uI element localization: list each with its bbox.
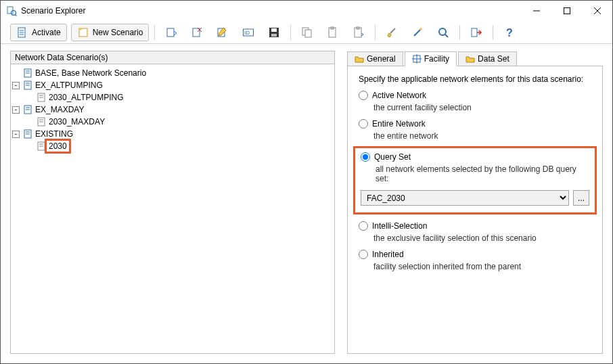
dataset-icon	[466, 55, 475, 63]
app-icon	[6, 5, 17, 16]
paste-special-icon	[353, 26, 365, 39]
tree-node-2030[interactable]: 2030	[26, 140, 333, 152]
help-button[interactable]: ?	[499, 24, 520, 41]
svg-line-23	[390, 28, 395, 33]
delete-button[interactable]	[186, 24, 208, 41]
tree-node-ex-maxday[interactable]: - EX_MAXDAY	[12, 104, 333, 116]
tabs: General Facility Data Set	[347, 51, 603, 66]
wand-button[interactable]	[407, 24, 428, 41]
tree-label: EX_MAXDAY	[34, 105, 85, 114]
new-icon	[77, 26, 89, 39]
window-title: Scenario Explorer	[21, 6, 521, 16]
svg-rect-15	[271, 28, 277, 32]
tree-collapse-icon[interactable]: -	[12, 131, 20, 138]
svg-line-24	[414, 29, 421, 36]
toolbar-separator	[459, 25, 460, 40]
scenario-tree[interactable]: BASE, Base Network Scenario - EX_ALTPUMP…	[10, 64, 335, 354]
tree-node-2030-maxday[interactable]: 2030_MAXDAY	[26, 116, 333, 128]
tab-data-set[interactable]: Data Set	[458, 51, 517, 66]
export-button[interactable]	[466, 24, 487, 41]
new-scenario-button[interactable]: New Scenario	[71, 24, 150, 41]
close-button[interactable]	[582, 1, 612, 21]
radio-active-network-input[interactable]	[359, 91, 368, 100]
search-button[interactable]	[432, 24, 454, 41]
svg-rect-22	[357, 27, 359, 29]
svg-rect-9	[167, 28, 174, 37]
tree-label: EX_ALTPUMPING	[34, 81, 104, 90]
scenario-explorer-window: Scenario Explorer Activate New Scenario …	[0, 0, 613, 364]
brush-button[interactable]	[381, 24, 403, 41]
tab-general[interactable]: General	[347, 51, 403, 66]
toolbar-separator	[154, 25, 155, 40]
brush-icon	[386, 26, 398, 39]
edit-icon	[217, 26, 229, 39]
radio-query-set-input[interactable]	[361, 152, 370, 162]
radio-query-set-label: Query Set	[374, 152, 411, 162]
copy-button[interactable]	[296, 24, 318, 41]
tree-collapse-icon[interactable]: -	[12, 106, 20, 114]
import-button[interactable]	[160, 24, 182, 41]
maximize-button[interactable]	[551, 1, 582, 21]
wand-icon	[411, 26, 424, 39]
facility-tab-page: Specify the applicable network elements …	[347, 66, 603, 354]
tree-expander-blank	[26, 94, 33, 101]
activate-button[interactable]: Activate	[10, 24, 67, 41]
tree-expander-blank	[26, 118, 33, 126]
radio-inherited-input[interactable]	[359, 250, 368, 259]
radio-active-network[interactable]: Active Network	[359, 91, 591, 100]
edit-button[interactable]	[212, 24, 233, 41]
scenario-icon	[37, 117, 46, 127]
activate-label: Activate	[32, 28, 61, 37]
query-set-browse-button[interactable]: ...	[573, 190, 589, 206]
search-icon	[437, 26, 449, 39]
tree-node-2030-altpumping[interactable]: 2030_ALTPUMPING	[26, 91, 333, 104]
radio-active-network-label: Active Network	[372, 91, 426, 100]
tab-facility-label: Facility	[424, 54, 449, 64]
radio-entire-network[interactable]: Entire Network	[359, 119, 591, 129]
paste-icon	[327, 26, 339, 39]
minimize-button[interactable]	[521, 1, 551, 21]
svg-line-2	[16, 15, 17, 16]
tab-facility[interactable]: Facility	[405, 51, 457, 66]
left-pane: Network Data Scenario(s) BASE, Base Netw…	[10, 51, 335, 354]
svg-text:?: ?	[506, 27, 513, 39]
save-button[interactable]	[263, 24, 285, 41]
import-icon	[165, 26, 177, 39]
svg-rect-18	[305, 30, 311, 37]
radio-intelli-selection-input[interactable]	[359, 221, 368, 231]
query-set-dropdown[interactable]: FAC_2030	[361, 190, 569, 206]
folder-icon	[355, 55, 364, 63]
radio-entire-network-label: Entire Network	[372, 119, 426, 129]
scenario-icon	[23, 129, 32, 139]
right-pane: General Facility Data Set Specify the ap…	[347, 51, 603, 354]
help-icon: ?	[503, 26, 516, 39]
radio-query-set[interactable]: Query Set	[361, 152, 589, 162]
svg-rect-4	[564, 8, 570, 14]
radio-intelli-selection-label: Intelli-Selection	[372, 221, 427, 231]
radio-intelli-selection[interactable]: Intelli-Selection	[359, 221, 591, 231]
radio-query-set-desc: all network elements selected by the fol…	[376, 164, 589, 183]
tree-label-selected: 2030	[47, 141, 68, 151]
tree-node-base[interactable]: BASE, Base Network Scenario	[12, 67, 333, 79]
radio-inherited-desc: facility selection inherited from the pa…	[373, 262, 591, 271]
tree-collapse-icon[interactable]: -	[12, 82, 20, 89]
tree-node-existing[interactable]: - EXISTING	[12, 128, 333, 140]
id-icon: ID	[242, 26, 254, 39]
svg-rect-27	[472, 28, 477, 37]
scenario-icon	[23, 81, 32, 90]
radio-inherited[interactable]: Inherited	[359, 250, 591, 259]
id-button[interactable]: ID	[237, 24, 259, 41]
radio-entire-network-input[interactable]	[359, 119, 368, 129]
radio-group: Active Network the current facility sele…	[359, 91, 591, 271]
svg-rect-0	[7, 7, 13, 14]
tree-label: EXISTING	[34, 129, 74, 139]
tree-node-ex-altpumping[interactable]: - EX_ALTPUMPING	[12, 79, 333, 91]
paste-special-button[interactable]	[348, 24, 369, 41]
export-icon	[470, 26, 482, 39]
paste-button[interactable]	[322, 24, 344, 41]
radio-active-network-desc: the current facility selection	[373, 103, 591, 112]
query-set-combo-row: FAC_2030 ...	[361, 190, 589, 206]
copy-icon	[301, 26, 313, 39]
save-icon	[268, 26, 280, 39]
radio-intelli-selection-desc: the exclusive facility selection of this…	[373, 233, 591, 243]
